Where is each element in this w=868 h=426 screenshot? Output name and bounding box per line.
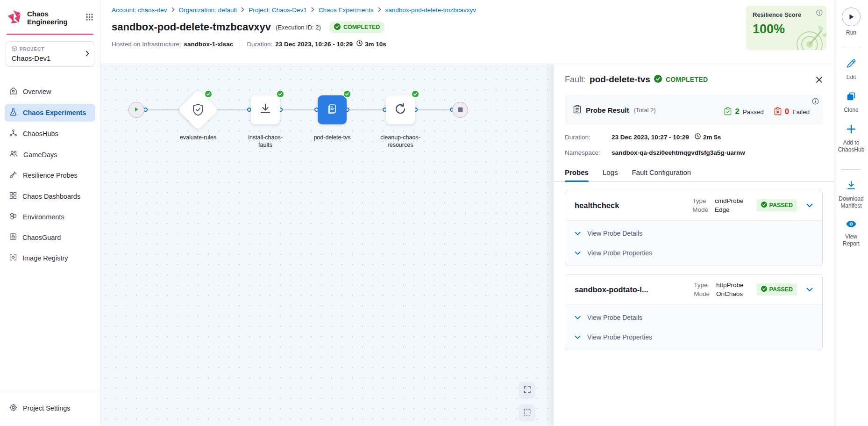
chevron-down-icon[interactable]	[806, 203, 813, 208]
edit-label: Edit	[847, 74, 856, 81]
fault-tabs: Probes Logs Fault Configuration	[554, 168, 834, 182]
selection-mode-button[interactable]	[519, 404, 535, 421]
project-label: PROJECT	[20, 47, 44, 52]
probe-mode-value: Edge	[715, 206, 744, 213]
sidebar-item-label: Chaos Dashboards	[22, 193, 80, 200]
sidebar-item-label: ChaosHubs	[23, 130, 58, 137]
view-probe-properties-link[interactable]: View Probe Properties	[565, 243, 822, 263]
probe-mode-label: Mode	[692, 206, 708, 213]
probe-card-header: healthcheck Type cmdProbe Mode Edge PASS…	[565, 190, 822, 220]
fullscreen-button[interactable]	[519, 382, 535, 399]
fault-status: COMPLETED	[666, 76, 708, 83]
refresh-icon	[394, 102, 407, 117]
tab-fault-configuration[interactable]: Fault Configuration	[632, 168, 691, 181]
sidebar-item-chaoshubs[interactable]: ChaosHubs	[5, 125, 95, 143]
duration-label: Duration:	[247, 41, 272, 48]
stop-icon	[458, 106, 463, 114]
project-name: Chaos-Dev1	[12, 54, 88, 62]
clipboard-x-icon	[774, 107, 782, 117]
tab-probes[interactable]: Probes	[565, 168, 589, 181]
status-badge: COMPLETED	[329, 22, 384, 33]
edit-button[interactable]: Edit	[846, 58, 856, 81]
failed-stat: 0 Failed	[774, 107, 810, 117]
sidebar: Chaos Engineering PROJE	[0, 0, 100, 426]
fault-header: Fault: pod-delete-tvs COMPLETED	[565, 74, 823, 85]
view-probe-details-link[interactable]: View Probe Details	[565, 308, 822, 327]
plus-icon	[846, 124, 856, 136]
info-icon[interactable]	[812, 98, 819, 107]
app-root: Chaos Engineering PROJE	[0, 0, 868, 426]
sidebar-item-environments[interactable]: Environments	[5, 208, 95, 225]
sidebar-item-chaosguard[interactable]: ChaosGuard	[5, 229, 95, 246]
pipeline-node-install-chaos-faults[interactable]	[251, 95, 280, 124]
probe-status-label: PASSED	[769, 202, 793, 209]
probe-type-label: Type	[694, 282, 710, 289]
run-button[interactable]: Run	[842, 7, 861, 36]
pipeline-canvas[interactable]: evaluate-rules install-chaos-faults pod-…	[100, 64, 834, 426]
probe-card-sandbox-podtato: sandbox-podtato-l... Type httpProbe Mode…	[565, 274, 823, 350]
sidebar-item-label: Environments	[23, 213, 64, 221]
info-icon[interactable]	[816, 9, 823, 18]
chevron-down-icon[interactable]	[806, 288, 813, 292]
brand-row: Chaos Engineering	[0, 0, 100, 34]
pipeline-start-node[interactable]	[128, 102, 144, 118]
pipeline-node-evaluate-rules[interactable]	[178, 89, 219, 130]
view-report-button[interactable]: View Report	[836, 220, 866, 247]
probe-type-label: Type	[692, 197, 708, 204]
chevron-down-icon	[575, 249, 581, 257]
project-selector[interactable]: PROJECT Chaos-Dev1	[6, 41, 94, 67]
chevron-right-icon	[311, 7, 314, 14]
brand-divider	[7, 34, 93, 35]
view-probe-details-link[interactable]: View Probe Details	[565, 224, 822, 243]
success-badge-icon	[343, 90, 351, 98]
fault-details-panel: Fault: pod-delete-tvs COMPLETED Probe Re…	[554, 64, 834, 426]
sidebar-item-gamedays[interactable]: GameDays	[5, 146, 95, 163]
registry-icon	[9, 253, 17, 262]
breadcrumb-current[interactable]: sandbox-pod-delete-tmzbcavxyv	[385, 7, 476, 14]
duration-elapsed-value: 3m 10s	[365, 41, 386, 48]
sidebar-item-chaos-experiments[interactable]: Chaos Experiments	[5, 104, 95, 122]
breadcrumb-project[interactable]: Project: Chaos-Dev1	[249, 7, 307, 14]
eye-icon	[846, 220, 857, 230]
toolbar-divider	[841, 169, 861, 170]
sidebar-item-label: Overview	[23, 88, 51, 95]
probe-type-value: httpProbe	[716, 282, 744, 289]
sidebar-nav: Overview Chaos Experiments ChaosHubs Gam…	[0, 83, 100, 267]
pod-delete-icon	[325, 102, 339, 118]
close-icon[interactable]	[816, 76, 823, 83]
sidebar-item-image-registry[interactable]: Image Registry	[5, 249, 95, 267]
home-icon	[9, 87, 17, 96]
shield-check-icon	[184, 95, 213, 124]
pipeline-node-cleanup-chaos-resources[interactable]	[386, 95, 415, 124]
environments-icon	[9, 212, 17, 221]
pipeline-node-pod-delete-tvs[interactable]	[318, 95, 347, 124]
passed-stat: 2 Passed	[724, 107, 764, 117]
breadcrumb-organization[interactable]: Organization: default	[179, 7, 237, 14]
sidebar-item-label: GameDays	[23, 151, 57, 159]
sidebar-item-label: Chaos Experiments	[23, 109, 86, 116]
fault-duration-elapsed: 2m 5s	[695, 133, 721, 141]
pipeline-end-node[interactable]	[452, 102, 468, 118]
check-circle-icon	[654, 75, 662, 85]
app-grid-icon[interactable]	[85, 13, 93, 23]
view-probe-properties-link[interactable]: View Probe Properties	[565, 327, 822, 347]
probe-type-value: cmdProbe	[715, 197, 744, 204]
tab-logs[interactable]: Logs	[603, 168, 618, 181]
execution-id: (Execution ID: 2)	[276, 24, 321, 31]
breadcrumb-account[interactable]: Account: chaos-dev	[112, 7, 167, 14]
probe-mode-label: Mode	[694, 290, 710, 297]
probe-status-badge: PASSED	[757, 199, 797, 211]
sidebar-item-overview[interactable]: Overview	[5, 83, 95, 101]
probe-icon	[9, 171, 17, 180]
add-to-chaoshub-button[interactable]: Add to ChaosHub	[836, 124, 866, 153]
probe-result-summary: Probe Result (Total 2) 2 Passed 0 Failed	[565, 95, 823, 125]
download-manifest-button[interactable]: Download Manifest	[836, 180, 866, 209]
sidebar-item-chaos-dashboards[interactable]: Chaos Dashboards	[5, 188, 95, 205]
failed-count: 0	[785, 107, 789, 116]
sidebar-item-resilience-probes[interactable]: Resilience Probes	[5, 166, 95, 184]
sidebar-item-project-settings[interactable]: Project Settings	[0, 399, 100, 426]
resilience-score-label: Resilience Score	[753, 11, 820, 18]
clone-button[interactable]: Clone	[844, 91, 858, 114]
breadcrumb-chaos-experiments[interactable]: Chaos Experiments	[319, 7, 374, 14]
view-report-label: View Report	[836, 233, 866, 247]
